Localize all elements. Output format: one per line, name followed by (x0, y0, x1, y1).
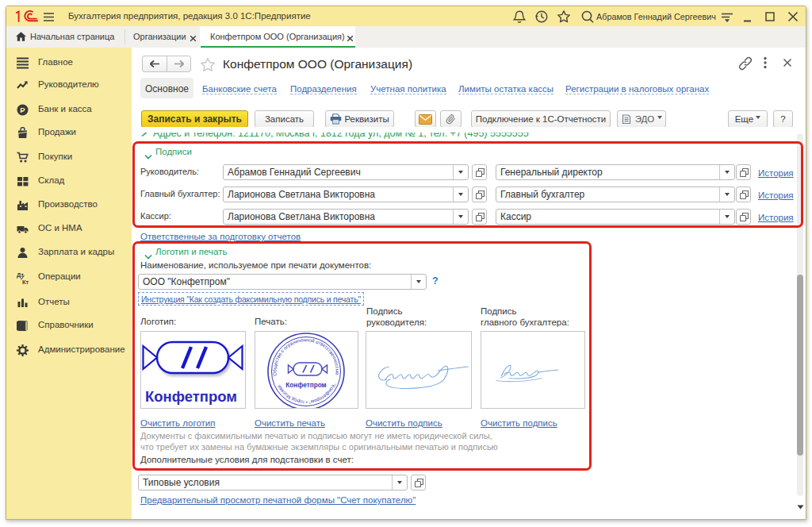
svg-text:P: P (20, 106, 25, 114)
svg-text:Кт: Кт (22, 279, 29, 284)
